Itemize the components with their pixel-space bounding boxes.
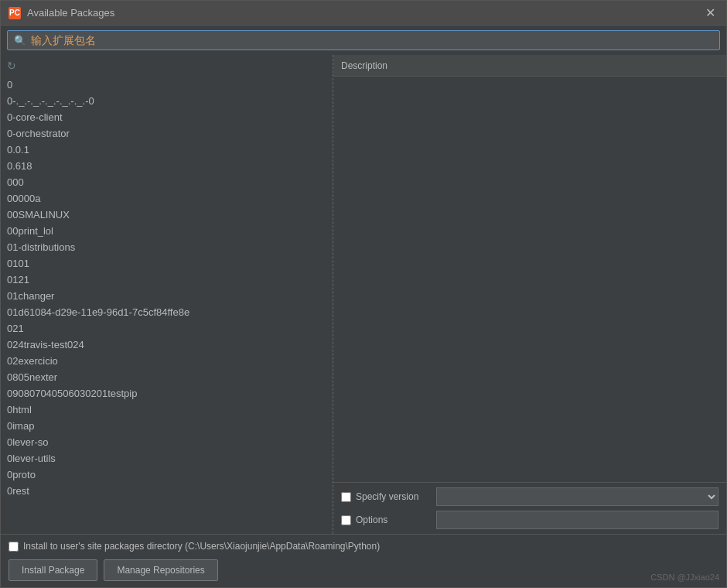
list-item[interactable]: 0.0.1: [1, 142, 333, 158]
install-path-text: Install to user's site packages director…: [23, 541, 380, 552]
options-input[interactable]: [436, 511, 718, 529]
list-item[interactable]: 0.618: [1, 158, 333, 174]
search-icon: 🔍: [14, 35, 26, 46]
available-packages-dialog: PC Available Packages ✕ 🔍 ↻ 00-._.-._.-.…: [0, 0, 727, 588]
list-item[interactable]: 024travis-test024: [1, 337, 333, 353]
dialog-title: Available Packages: [27, 7, 114, 19]
install-path-row: Install to user's site packages director…: [9, 541, 718, 552]
list-item[interactable]: 00print_lol: [1, 223, 333, 239]
list-item[interactable]: 0lever-so: [1, 434, 333, 450]
watermark: CSDN @JJxiao24: [650, 573, 719, 582]
title-bar-left: PC Available Packages: [9, 7, 114, 19]
list-item[interactable]: 090807040506030201testpip: [1, 385, 333, 402]
list-item[interactable]: 00000a: [1, 190, 333, 207]
install-path-label[interactable]: Install to user's site packages director…: [9, 541, 380, 552]
list-item[interactable]: 0-core-client: [1, 109, 333, 125]
options-checkbox[interactable]: [341, 515, 351, 525]
list-header: ↻: [1, 55, 333, 77]
list-item[interactable]: 0-._.-._.-._.-._.-._.-0: [1, 93, 333, 109]
list-item[interactable]: 01changer: [1, 288, 333, 304]
list-item[interactable]: 0121: [1, 272, 333, 288]
options-label[interactable]: Options: [341, 514, 430, 525]
version-options-area: Specify version latest >=1.0 ==1.0.0 Opt…: [333, 482, 726, 534]
list-item[interactable]: 0805nexter: [1, 369, 333, 385]
list-item[interactable]: 0html: [1, 402, 333, 418]
search-input[interactable]: [31, 34, 713, 46]
package-list-panel: ↻ 00-._.-._.-._.-._.-._.-00-core-client0…: [1, 55, 333, 534]
list-item[interactable]: 0lever-utils: [1, 450, 333, 467]
specify-version-label[interactable]: Specify version: [341, 491, 430, 502]
app-icon: PC: [9, 7, 21, 19]
install-package-button[interactable]: Install Package: [9, 559, 97, 581]
list-item[interactable]: 01-distributions: [1, 239, 333, 255]
list-item[interactable]: 0imap: [1, 418, 333, 434]
list-item[interactable]: 0: [1, 77, 333, 93]
list-item[interactable]: 0proto: [1, 467, 333, 483]
title-bar: PC Available Packages ✕: [1, 1, 726, 26]
list-item[interactable]: 000: [1, 174, 333, 190]
search-bar: 🔍: [1, 26, 726, 55]
manage-repositories-button[interactable]: Manage Repositories: [104, 559, 217, 581]
list-item[interactable]: 01d61084-d29e-11e9-96d1-7c5cf84ffe8e: [1, 304, 333, 320]
options-row: Options: [341, 511, 718, 529]
list-item[interactable]: 0101: [1, 255, 333, 272]
version-select[interactable]: latest >=1.0 ==1.0.0: [436, 487, 718, 506]
description-label: Description: [341, 60, 387, 71]
list-item[interactable]: 0rest: [1, 483, 333, 499]
install-path-checkbox[interactable]: [9, 542, 19, 552]
description-panel: Description Specify version latest >=1.0…: [333, 55, 726, 534]
list-item[interactable]: 021: [1, 320, 333, 337]
action-buttons: Install Package Manage Repositories: [9, 559, 718, 581]
list-item[interactable]: 00SMALINUX: [1, 207, 333, 223]
package-list: 00-._.-._.-._.-._.-._.-00-core-client0-o…: [1, 77, 333, 534]
bottom-bar: Install to user's site packages director…: [1, 534, 726, 587]
content-area: ↻ 00-._.-._.-._.-._.-._.-00-core-client0…: [1, 55, 726, 534]
search-wrapper: 🔍: [7, 30, 720, 50]
version-row: Specify version latest >=1.0 ==1.0.0: [341, 487, 718, 506]
close-button[interactable]: ✕: [702, 5, 718, 21]
refresh-icon[interactable]: ↻: [7, 60, 16, 72]
description-body: [333, 77, 726, 482]
list-item[interactable]: 02exercicio: [1, 353, 333, 369]
description-header: Description: [333, 55, 726, 77]
specify-version-checkbox[interactable]: [341, 492, 351, 502]
list-item[interactable]: 0-orchestrator: [1, 125, 333, 142]
